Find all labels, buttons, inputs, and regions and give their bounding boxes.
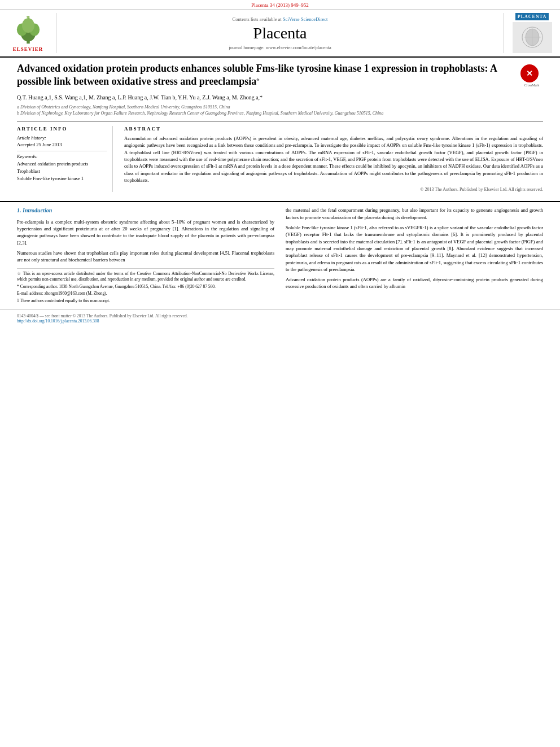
journal-name: Placenta xyxy=(253,24,307,42)
keywords-label: Keywords: xyxy=(17,154,107,159)
placenta-label: PLACENTA xyxy=(515,13,549,20)
article-title: Advanced oxidation protein products enha… xyxy=(17,62,515,89)
placenta-image xyxy=(513,22,552,53)
crossmark-label: CrossMark xyxy=(520,84,543,87)
divider xyxy=(17,151,107,151)
footnote-email: E-mail address: zhongm1960@163.com (M. Z… xyxy=(17,291,274,297)
footnote-equal: 1 These authors contributed equally to t… xyxy=(17,298,274,304)
issn-text: 0143-4004/$ — see front matter © 2013 Th… xyxy=(17,313,543,318)
right-body-col: the maternal and the fetal compartment d… xyxy=(286,207,543,305)
affiliation-b: b Division of Nephrology, Key Laboratory… xyxy=(17,110,543,116)
bottom-bar: 0143-4004/$ — see front matter © 2013 Th… xyxy=(0,309,560,327)
title-section: Advanced oxidation protein products enha… xyxy=(17,62,543,89)
right-para1: the maternal and the fetal compartment d… xyxy=(286,207,543,221)
placenta-thumbnail xyxy=(513,22,552,53)
keyword-2: Trophoblast xyxy=(17,168,107,175)
svg-text:🌿: 🌿 xyxy=(27,15,30,19)
footnote-corresponding: * Corresponding author. 1838 North Guang… xyxy=(17,284,274,290)
keyword-3: Soluble Fms-like tyrosine kinase 1 xyxy=(17,175,107,182)
doi-link[interactable]: http://dx.doi.org/10.1016/j.placenta.201… xyxy=(17,318,543,324)
abstract-header: ABSTRACT xyxy=(124,126,543,132)
sciverse-link[interactable]: SciVerse ScienceDirect xyxy=(283,16,328,22)
copyright: © 2013 The Authors. Published by Elsevie… xyxy=(124,187,543,192)
right-para3: Advanced oxidation protein products (AOP… xyxy=(286,276,543,290)
citation-text: Placenta 34 (2013) 949–952 xyxy=(251,2,309,8)
footnote-star: ☆ This is an open-access article distrib… xyxy=(17,271,274,283)
affiliations: a Division of Obstetrics and Gynecology,… xyxy=(17,104,543,116)
right-para2: Soluble Fms-like tyrosine kinase 1 (sFlt… xyxy=(286,224,543,273)
sciverse-line: Contents lists available at SciVerse Sci… xyxy=(233,16,328,22)
intro-para1: Pre-eclampsia is a complex multi-system … xyxy=(17,219,274,246)
affiliation-a: a Division of Obstetrics and Gynecology,… xyxy=(17,104,543,110)
article-info-abstract: ARTICLE INFO Article history: Accepted 2… xyxy=(17,121,543,192)
intro-para2: Numerous studies have shown that trophob… xyxy=(17,250,274,264)
crossmark-badge: ✕ CrossMark xyxy=(520,64,543,87)
authors: Q.T. Huang a,1, S.S. Wang a,1, M. Zhang … xyxy=(17,93,543,102)
left-body-col: 1. Introduction Pre-eclampsia is a compl… xyxy=(17,207,274,305)
citation-bar: Placenta 34 (2013) 949–952 xyxy=(0,0,560,10)
keywords-list: Advanced oxidation protein products Trop… xyxy=(17,160,107,182)
placenta-logo: PLACENTA xyxy=(504,13,554,53)
accepted-date: Accepted 25 June 2013 xyxy=(17,142,107,147)
article-info-header: ARTICLE INFO xyxy=(17,126,107,132)
history-label: Article history: xyxy=(17,135,107,141)
keyword-1: Advanced oxidation protein products xyxy=(17,160,107,168)
elsevier-text: ELSEVIER xyxy=(13,46,43,52)
main-body: 1. Introduction Pre-eclampsia is a compl… xyxy=(0,202,560,309)
svg-point-4 xyxy=(22,18,34,33)
journal-header: 🌿 ELSEVIER Contents lists available at S… xyxy=(0,10,560,58)
abstract-col: ABSTRACT Accumulation of advanced oxidat… xyxy=(124,126,543,192)
journal-homepage: journal homepage: www.elsevier.com/locat… xyxy=(229,45,331,50)
corresponding-label: Corresponding xyxy=(20,284,46,289)
elsevier-tree-icon: 🌿 xyxy=(11,14,45,45)
article-body: Advanced oxidation protein products enha… xyxy=(0,58,560,201)
journal-center: Contents lists available at SciVerse Sci… xyxy=(62,13,498,53)
elsevier-logo: 🌿 ELSEVIER xyxy=(6,13,56,53)
article-info-col: ARTICLE INFO Article history: Accepted 2… xyxy=(17,126,113,192)
footnotes: ☆ This is an open-access article distrib… xyxy=(17,268,274,304)
crossmark-icon: ✕ xyxy=(520,64,539,82)
page: Placenta 34 (2013) 949–952 🌿 ELSEVIER Co… xyxy=(0,0,560,747)
title-star: ☆ xyxy=(256,78,259,81)
introduction-title: 1. Introduction xyxy=(17,207,274,215)
abstract-text: Accumulation of advanced oxidation prote… xyxy=(124,135,543,184)
